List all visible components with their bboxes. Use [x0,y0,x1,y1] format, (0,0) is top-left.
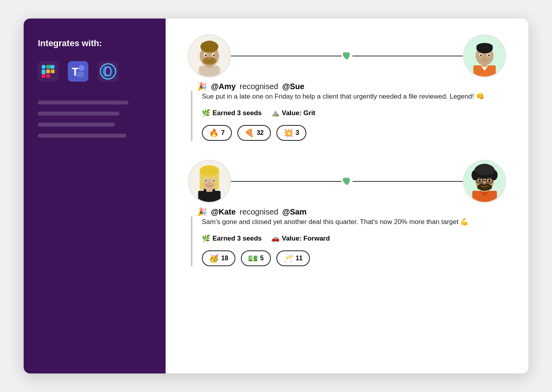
svg-point-55 [205,179,206,181]
svg-rect-20 [199,66,219,77]
heart-icon-2 [341,176,352,187]
recognition-card-2: 🎉 @Kate recognised @Sam Sam's gone and c… [188,160,506,266]
svg-point-40 [480,54,481,56]
value-text-1: Value: Grit [282,109,315,117]
reaction-count-1-0: 7 [221,129,225,136]
connector-line-2 [231,181,463,182]
svg-point-37 [476,43,493,50]
svg-point-24 [206,41,213,47]
slack-icon[interactable] [38,61,58,83]
svg-point-28 [205,54,207,56]
reaction-badge-2-1[interactable]: 💵 5 [241,250,271,266]
svg-rect-6 [46,74,50,78]
value-label-2: 🚗 Value: Forward [271,234,330,243]
card-header-1: 🎉 @Amy recognised @Sue [188,34,506,91]
svg-point-42 [484,58,486,59]
svg-point-73 [484,183,486,185]
verb-1: recognised [240,82,278,91]
reactions-row-1: 🔥 7 🍕 32 💥 3 [202,125,506,141]
reaction-emoji-1-2: 💥 [283,128,293,138]
recognition-card-1: 🎉 @Amy recognised @Sue Sue put in a late… [188,34,506,141]
sidebar-line [38,134,127,138]
value-emoji-2: 🚗 [271,234,280,243]
avatar-row-1 [188,34,506,78]
sidebar-title: Integrates with: [38,38,151,49]
avatar-image-to-1 [464,35,505,77]
seeds-emoji-1: 🌿 [202,109,210,117]
reaction-count-2-2: 11 [296,255,303,262]
avatar-circle-from-2 [188,160,231,203]
svg-point-57 [209,183,211,184]
card-message-1: Sue put in a late one on Friday to help … [202,91,506,102]
avatar-row-2 [188,160,506,203]
from-name-2: @Kate [211,207,236,217]
recognition-text-row-1: 🎉 @Amy recognised @Sue [188,82,506,91]
reaction-emoji-2-0: 🥳 [209,254,219,263]
reaction-emoji-1-0: 🔥 [209,128,219,138]
avatar-image-from-1 [189,35,230,77]
svg-point-41 [488,54,490,56]
sidebar: Integrates with: [24,19,166,373]
card-body-1: Sue put in a late one on Friday to help … [191,91,506,141]
reaction-emoji-1-1: 🍕 [244,128,254,138]
reaction-emoji-2-2: 🥂 [283,254,293,263]
value-emoji-1: ⛰️ [271,109,280,117]
party-emoji-1: 🎉 [197,82,207,91]
reaction-badge-2-0[interactable]: 🥳 18 [202,250,235,266]
card-meta-1: 🌿 Earned 3 seeds ⛰️ Value: Grit [202,109,506,117]
svg-point-70 [479,179,481,182]
to-name-1: @Sue [282,82,304,91]
reaction-count-2-0: 18 [221,255,228,262]
seeds-text-2: Earned 3 seeds [213,235,262,243]
svg-point-52 [200,166,219,176]
svg-point-71 [488,179,490,182]
reaction-count-1-1: 32 [257,129,264,136]
monday-icon[interactable] [98,61,118,83]
seeds-label-2: 🌿 Earned 3 seeds [202,234,262,243]
reaction-badge-2-2[interactable]: 🥂 11 [276,250,310,266]
reaction-count-2-1: 5 [260,255,264,262]
seeds-label-1: 🌿 Earned 3 seeds [202,109,262,117]
to-name-2: @Sam [282,207,307,217]
value-label-1: ⛰️ Value: Grit [271,109,315,117]
svg-point-56 [213,179,214,181]
avatar-circle-to-2 [463,160,506,203]
teams-icon[interactable]: T [68,61,88,83]
avatar-circle-from-1 [188,34,231,78]
svg-point-29 [213,54,215,56]
reactions-row-2: 🥳 18 💵 5 🥂 11 [202,250,506,266]
app-container: Integrates with: [24,19,528,373]
svg-point-30 [208,58,211,59]
svg-rect-2 [42,69,46,75]
svg-rect-7 [42,74,46,78]
svg-rect-3 [46,65,51,69]
value-text-2: Value: Forward [282,235,330,243]
party-emoji-2: 🎉 [197,207,207,217]
avatar-image-from-2 [189,161,230,202]
svg-rect-5 [51,69,55,73]
seeds-emoji-2: 🌿 [202,234,210,243]
recognition-text-row-2: 🎉 @Kate recognised @Sam [188,207,506,217]
heart-icon-1 [341,50,352,62]
reaction-badge-1-2[interactable]: 💥 3 [276,125,306,141]
reaction-badge-1-1[interactable]: 🍕 32 [237,125,271,141]
svg-rect-13 [77,72,84,77]
svg-rect-1 [42,65,46,69]
sidebar-line [38,112,119,116]
svg-rect-8 [51,65,55,69]
avatar-from-2 [188,160,231,203]
connector-line-1 [231,56,463,56]
svg-rect-4 [46,69,50,73]
sidebar-line [38,123,115,127]
svg-point-11 [78,65,84,71]
avatar-to-2 [463,160,506,203]
card-body-2: Sam's gone and closed yet another deal t… [191,217,506,266]
reaction-badge-1-0[interactable]: 🔥 7 [202,125,232,141]
card-message-2: Sam's gone and closed yet another deal t… [202,217,506,227]
seeds-text-1: Earned 3 seeds [213,109,262,117]
avatar-image-to-2 [464,161,505,202]
sidebar-line [38,101,129,105]
from-name-1: @Amy [211,82,236,91]
reaction-count-1-2: 3 [296,129,299,136]
avatar-to-1 [463,34,506,78]
